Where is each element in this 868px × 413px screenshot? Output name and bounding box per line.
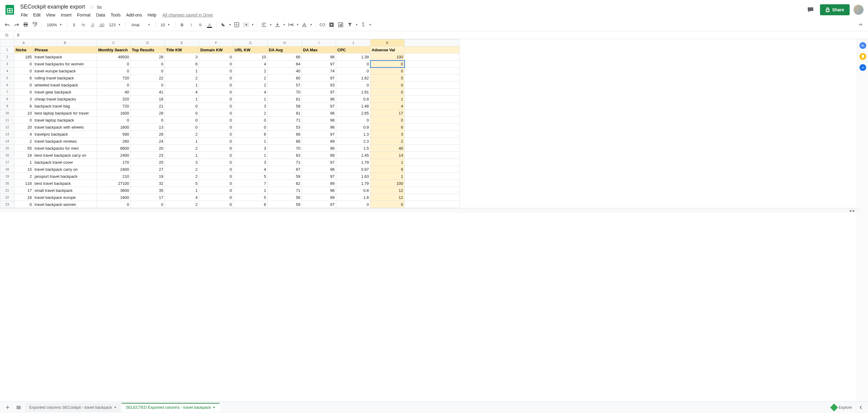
cell[interactable]: 98 <box>302 117 336 124</box>
cell[interactable]: jansport travel backpack <box>33 173 97 180</box>
cell[interactable]: 27100 <box>97 180 131 187</box>
star-icon[interactable]: ☆ <box>89 4 94 10</box>
column-header[interactable]: B <box>33 39 97 46</box>
cell[interactable]: 1.79 <box>336 159 370 166</box>
cell[interactable]: 66 <box>268 54 302 61</box>
cell[interactable]: best laptop backpack for travel <box>33 110 97 117</box>
cell[interactable]: 96 <box>302 145 336 152</box>
cell[interactable]: 2 <box>165 145 199 152</box>
cell[interactable]: 2.65 <box>336 110 370 117</box>
horizontal-scrollbar[interactable]: ◀▶ <box>0 208 857 213</box>
cell[interactable]: travel backpack europe <box>33 194 97 201</box>
column-header[interactable]: G <box>234 39 268 46</box>
fill-color-chevron[interactable]: ▼ <box>228 21 232 29</box>
text-wrap-button[interactable] <box>286 21 295 29</box>
cell[interactable]: 4 <box>165 89 199 96</box>
cell[interactable]: 12 <box>370 194 405 201</box>
header-cell[interactable]: DA Avg <box>268 46 302 54</box>
cell[interactable]: 2400 <box>97 166 131 173</box>
cell[interactable]: 0 <box>14 81 33 89</box>
decrease-decimal-button[interactable]: .0 <box>88 21 97 29</box>
functions-chevron[interactable]: ▼ <box>368 21 372 29</box>
cell[interactable]: 0 <box>199 173 234 180</box>
cell[interactable]: 1 <box>370 96 405 103</box>
cell[interactable]: 6 <box>14 103 33 110</box>
cell[interactable]: 55 <box>14 145 33 152</box>
cell[interactable]: 28 <box>131 131 165 138</box>
cell[interactable]: 97 <box>302 74 336 81</box>
explore-button[interactable]: Explore <box>828 403 855 412</box>
insert-chart-button[interactable] <box>336 21 345 29</box>
cell[interactable]: 96 <box>302 166 336 173</box>
add-sheet-button[interactable]: + <box>3 403 12 412</box>
cell[interactable]: 0 <box>199 61 234 68</box>
cell[interactable]: 2 <box>14 138 33 145</box>
cell[interactable]: 89 <box>302 152 336 159</box>
cell[interactable]: 17 <box>370 110 405 117</box>
cell[interactable]: 4 <box>234 166 268 173</box>
cell[interactable]: 59 <box>268 201 302 208</box>
cell[interactable]: 6 <box>234 131 268 138</box>
cell[interactable]: 0 <box>199 117 234 124</box>
font-size-dropdown[interactable]: 10▼ <box>158 21 173 29</box>
row-header[interactable]: 16 <box>0 152 14 159</box>
tab-chevron-icon[interactable]: ▼ <box>114 406 117 409</box>
sheets-logo[interactable] <box>4 4 16 16</box>
row-header[interactable]: 11 <box>0 117 14 124</box>
cell[interactable]: travel backpack reviews <box>33 138 97 145</box>
comments-button[interactable] <box>805 5 816 15</box>
cell[interactable]: 2 <box>370 138 405 145</box>
share-button[interactable]: Share <box>820 4 850 15</box>
header-cell[interactable]: Title KW <box>165 46 199 54</box>
cell[interactable]: 5 <box>234 194 268 201</box>
cell[interactable]: 0 <box>336 201 370 208</box>
cell[interactable]: 116 <box>14 180 33 187</box>
cell[interactable]: 6 <box>165 61 199 68</box>
cell[interactable]: 0 <box>199 180 234 187</box>
cell[interactable]: 2 <box>14 173 33 180</box>
cell[interactable]: 1 <box>165 81 199 89</box>
header-cell[interactable]: Phrase <box>33 46 97 54</box>
row-header[interactable]: 18 <box>0 166 14 173</box>
header-cell[interactable]: URL KW <box>234 46 268 54</box>
menu-insert[interactable]: Insert <box>58 11 74 19</box>
cell[interactable]: 0 <box>336 68 370 74</box>
cell[interactable]: 40 <box>268 68 302 74</box>
cell[interactable]: travel backpacks for men <box>33 145 97 152</box>
menu-format[interactable]: Format <box>74 11 93 19</box>
insert-comment-button[interactable] <box>327 21 336 29</box>
cell[interactable]: 18 <box>131 96 165 103</box>
cell[interactable]: 185 <box>14 54 33 61</box>
cell[interactable]: 0 <box>97 61 131 68</box>
cell[interactable]: 0 <box>14 201 33 208</box>
cell[interactable]: 0 <box>14 61 33 68</box>
row-header[interactable]: 8 <box>0 96 14 103</box>
cell[interactable]: backpack travel cover <box>33 159 97 166</box>
cell[interactable]: 74 <box>302 68 336 74</box>
cell[interactable]: 2 <box>165 74 199 81</box>
row-header[interactable]: 4 <box>0 68 14 74</box>
cell[interactable]: 1 <box>165 152 199 159</box>
cell[interactable]: 71 <box>268 117 302 124</box>
column-header[interactable]: I <box>302 39 336 46</box>
menu-view[interactable]: View <box>44 11 58 19</box>
cell[interactable]: 1.63 <box>336 173 370 180</box>
cell[interactable]: 0 <box>14 89 33 96</box>
cell[interactable]: travel europe backpack <box>33 68 97 74</box>
cell[interactable]: 1 <box>14 159 33 166</box>
cell[interactable]: 10 <box>234 54 268 61</box>
cell[interactable]: 1 <box>370 159 405 166</box>
cell[interactable]: 0.9 <box>336 124 370 131</box>
cell[interactable]: 1.8 <box>336 194 370 201</box>
row-header[interactable]: 1 <box>0 46 14 54</box>
cell[interactable]: 1600 <box>97 124 131 131</box>
cell[interactable]: 0 <box>97 68 131 74</box>
cell[interactable]: 1 <box>234 96 268 103</box>
row-header[interactable]: 10 <box>0 110 14 117</box>
select-all-corner[interactable] <box>0 39 14 46</box>
cell[interactable]: 17 <box>14 187 33 194</box>
cell[interactable]: 53 <box>268 124 302 131</box>
cell[interactable]: 590 <box>97 131 131 138</box>
cell[interactable]: 3 <box>234 159 268 166</box>
collapse-toolbar-button[interactable] <box>857 21 865 29</box>
